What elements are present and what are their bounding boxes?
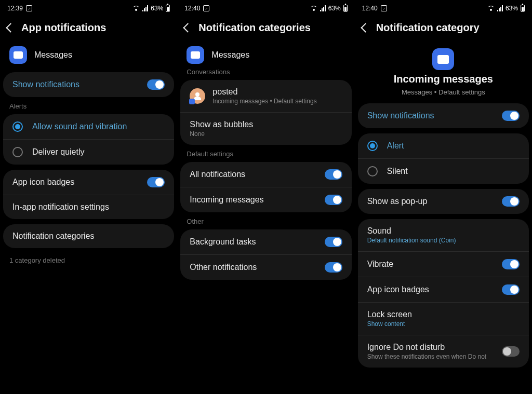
silent-row[interactable]: Silent	[358, 158, 529, 184]
app-name: Messages	[211, 50, 249, 60]
avatar-icon	[190, 88, 205, 104]
status-time: 12:39	[7, 5, 23, 12]
toggle-ignore-dnd[interactable]	[502, 346, 520, 357]
page-header: Notification categories	[177, 15, 354, 43]
row-label: Lock screen	[367, 310, 412, 319]
toggle-app-icon-badges[interactable]	[502, 284, 520, 295]
signal-icon	[142, 5, 148, 11]
lock-screen-row[interactable]: Lock screen Show content	[358, 302, 529, 335]
row-label: Show as bubbles	[190, 120, 253, 129]
signal-icon	[497, 5, 503, 11]
row-label: Notification categories	[12, 232, 94, 241]
popup-card: Show as pop-up	[358, 189, 529, 214]
alerts-section-label: Alerts	[0, 102, 177, 114]
row-label: posted	[212, 87, 316, 97]
screenshot-icon	[203, 5, 209, 11]
default-section-label: Default settings	[177, 150, 354, 162]
row-label: Deliver quietly	[32, 147, 84, 157]
back-icon[interactable]	[6, 23, 15, 32]
show-bubbles-row[interactable]: Show as bubbles None	[180, 112, 351, 145]
row-label: Sound	[367, 226, 456, 236]
options-card: App icon badges In-app notification sett…	[3, 170, 174, 219]
page-title: Notification category	[376, 22, 480, 34]
app-name: Messages	[34, 50, 72, 60]
show-notifications-row[interactable]: Show notifications	[3, 72, 174, 97]
toggle-all-notifications[interactable]	[325, 169, 342, 180]
row-label: Ignore Do not disturb	[367, 343, 496, 352]
app-row[interactable]: Messages	[0, 43, 177, 72]
toggle-show-notifications[interactable]	[502, 111, 520, 121]
radio-deliver-quietly[interactable]	[12, 147, 23, 157]
incoming-messages-row[interactable]: Incoming messages	[180, 187, 351, 212]
battery-pct: 63%	[151, 5, 163, 12]
show-notifications-card: Show notifications	[3, 72, 174, 97]
background-tasks-row[interactable]: Background tasks	[180, 229, 351, 254]
wifi-icon	[132, 6, 140, 11]
show-notifications-row[interactable]: Show notifications	[358, 103, 529, 128]
battery-icon	[166, 5, 170, 12]
app-icon-badges-row[interactable]: App icon badges	[3, 170, 174, 195]
radio-allow-sound[interactable]	[12, 121, 23, 132]
toggle-popup[interactable]	[502, 196, 520, 207]
other-notifications-row[interactable]: Other notifications	[180, 254, 351, 280]
all-notifications-row[interactable]: All notifications	[180, 162, 351, 187]
row-label: Silent	[387, 167, 408, 176]
deleted-note: 1 category deleted	[0, 253, 177, 267]
battery-icon	[343, 5, 348, 12]
page-title: App notifications	[21, 22, 106, 34]
toggle-show-notifications[interactable]	[147, 79, 165, 90]
radio-alert[interactable]	[367, 141, 378, 151]
row-sub: None	[190, 130, 253, 138]
messages-app-icon	[432, 48, 454, 70]
posted-row[interactable]: posted Incoming messages • Default setti…	[180, 80, 351, 112]
app-icon-badges-row[interactable]: App icon badges	[358, 277, 529, 302]
back-icon[interactable]	[361, 23, 370, 32]
radio-silent[interactable]	[367, 166, 378, 176]
messages-app-icon	[9, 46, 27, 64]
sound-row[interactable]: Sound Default notification sound (Coin)	[358, 219, 529, 251]
status-bar: 12:40 63%	[177, 0, 354, 15]
alert-mode-card: Alert Silent	[358, 133, 529, 184]
page-header: App notifications	[0, 15, 177, 43]
wifi-icon	[487, 6, 495, 11]
in-app-settings-row[interactable]: In-app notification settings	[3, 195, 174, 219]
row-label: Alert	[387, 141, 404, 151]
app-row[interactable]: Messages	[177, 43, 354, 68]
row-sub: Default notification sound (Coin)	[367, 237, 456, 244]
row-label: Background tasks	[190, 237, 256, 247]
screenshot-icon	[26, 5, 32, 11]
default-card: All notifications Incoming messages	[180, 162, 351, 212]
toggle-app-icon-badges[interactable]	[147, 177, 165, 187]
notification-categories-row[interactable]: Notification categories	[3, 224, 174, 248]
details-card: Sound Default notification sound (Coin) …	[358, 219, 529, 368]
back-icon[interactable]	[183, 23, 193, 32]
conversations-section-label: Conversations	[177, 68, 354, 80]
row-label: Show as pop-up	[367, 197, 428, 206]
toggle-background-tasks[interactable]	[325, 237, 342, 247]
allow-sound-row[interactable]: Allow sound and vibration	[3, 114, 174, 139]
alert-row[interactable]: Alert	[358, 133, 529, 158]
popup-row[interactable]: Show as pop-up	[358, 189, 529, 214]
toggle-incoming-messages[interactable]	[325, 195, 342, 205]
row-label: Show notifications	[12, 80, 79, 89]
other-card: Background tasks Other notifications	[180, 229, 351, 280]
screen-app-notifications: 12:39 63% App notifications Messages Sho…	[0, 0, 177, 394]
category-hero: Incoming messages Messages • Default set…	[355, 43, 532, 103]
vibrate-row[interactable]: Vibrate	[358, 251, 529, 277]
row-sub: Show these notifications even when Do no…	[367, 353, 496, 360]
messages-app-icon	[187, 46, 204, 64]
status-time: 12:40	[362, 5, 378, 12]
row-sub: Show content	[367, 320, 412, 328]
battery-icon	[521, 5, 525, 12]
ignore-dnd-row[interactable]: Ignore Do not disturb Show these notific…	[358, 335, 529, 368]
row-label: App icon badges	[367, 285, 429, 294]
status-bar: 12:39 63%	[0, 0, 177, 15]
row-label: Other notifications	[190, 263, 257, 272]
page-title: Notification categories	[198, 22, 311, 34]
row-sub: Incoming messages • Default settings	[212, 98, 316, 105]
row-label: In-app notification settings	[12, 202, 109, 212]
toggle-other-notifications[interactable]	[325, 262, 342, 273]
toggle-vibrate[interactable]	[502, 259, 520, 269]
screen-notification-categories: 12:40 63% Notification categories Messag…	[177, 0, 354, 394]
deliver-quietly-row[interactable]: Deliver quietly	[3, 139, 174, 165]
